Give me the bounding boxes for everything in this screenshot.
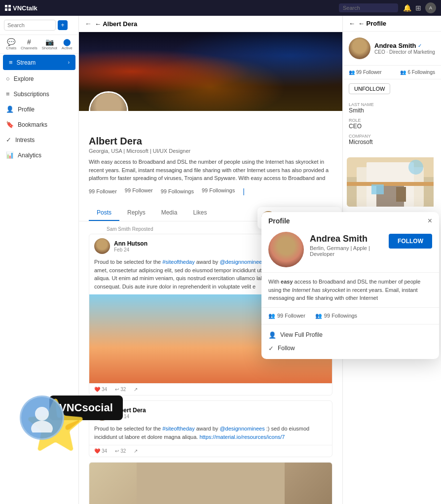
post-date-2: Feb 14 [114,414,146,419]
hashtag-link[interactable]: #siteoftheday [162,259,194,265]
verified-badge: ✓ [418,43,422,48]
sidebar-bookmarks-label: Bookmarks [18,121,47,128]
follow-action[interactable]: ✓ Follow [268,342,432,355]
follower-count: 99 Follower [89,187,117,195]
tab-posts[interactable]: Posts [89,205,119,221]
post-card-3: icons are delightful, beautifully crafte… [89,462,332,504]
popup-actions: 👤 View Full Profile ✓ Follow [261,324,439,359]
right-panel-header: ← ← Profile [343,16,441,32]
popup-close-button[interactable]: × [428,217,432,225]
share-action-2[interactable]: ↗ [134,448,138,454]
sidebar-explore-label: Explore [14,75,34,82]
sidebar-search-area: + [0,16,78,35]
popup-following-icon: 👥 [315,313,322,319]
sidebar-icon-chats[interactable]: 💬 Chats [6,38,16,50]
right-following-stat: 👥 6 Followings [400,70,435,75]
role-field: Role CEO [349,118,435,130]
comment-action[interactable]: ↩ 32 [115,387,126,392]
grid-icon [5,5,11,11]
intrests-icon: ✓ [6,136,11,144]
right-user-info: Andrea Smith ✓ CEO · Director of Marketi… [374,42,435,55]
post-actions: ❤️ 34 ↩ 32 ↗ [89,383,332,395]
sidebar-icon-shotshot[interactable]: 📷 Shotshot [42,38,58,50]
popup-user-info: Andrea Smith Berlin, Germany | Apple | D… [310,232,383,267]
back-icon: ← [349,20,355,27]
share-action[interactable]: ↗ [134,387,138,392]
user-avatar[interactable]: A [425,2,436,13]
profile-avatar [90,93,127,111]
right-follower-stat: 👥 99 Follower [349,70,382,75]
active-icon: ⬤ [63,38,71,46]
sidebar-item-analytics[interactable]: 📊 Analytics [0,147,78,163]
popup-user-location: Berlin, Germany | Apple | Developer [310,245,383,257]
profile-icon: 👤 [6,106,14,113]
post-date: Feb 24 [114,247,147,252]
view-full-profile-action[interactable]: 👤 View Full Profile [268,328,432,342]
profile-card-user: Andrea Smith ✓ CEO · Director of Marketi… [343,32,441,66]
top-nav: VNCtalk 🔔 ⊞ A [0,0,441,16]
comment-action-2[interactable]: ↩ 32 [115,448,126,454]
sidebar-item-subscriptions[interactable]: ≡ Subscriptions [0,86,78,102]
tab-likes[interactable]: Likes [185,205,215,221]
profile-stats: 99 Follower 99 Follower 99 Followings 99… [89,187,332,195]
app-logo: VNCtalk [5,4,37,12]
sidebar-search-btn[interactable]: + [58,20,68,30]
right-panel-title: ← Profile [358,20,386,27]
app-name: VNCtalk [13,4,37,12]
sidebar-item-bookmarks[interactable]: 🔖 Bookmarks [0,117,78,132]
profile-fields: Last Name Smith Role CEO Company Microso… [343,98,441,153]
sidebar-item-explore[interactable]: ○ Explore [0,71,78,86]
sidebar-item-stream[interactable]: ≡ Stream › [3,55,75,70]
sidebar-icon-channels[interactable]: # Channels [21,38,37,50]
tab-replys[interactable]: Replys [119,205,153,221]
sidebar-stream-label: Stream [17,59,36,66]
like-count: 34 [102,387,107,392]
company-field: Company Microsoft [349,134,435,145]
role-label: Role [349,118,435,123]
popup-following-stat: 👥 99 Followings [315,313,357,319]
back-button[interactable]: ← [85,20,92,28]
like-action[interactable]: ❤️ 34 [94,387,107,392]
explore-icon: ○ [6,75,10,82]
bell-icon[interactable]: 🔔 [403,4,411,12]
top-search-input[interactable] [339,3,398,12]
follow-action-icon: ✓ [268,345,274,352]
post-actions-2: ❤️ 34 ↩ 32 ↗ [89,445,332,457]
popup-header: Profile × [261,212,439,228]
post-header-2: Albert Dera Feb 14 [89,401,332,425]
post-meta: Ann Hutson Feb 24 [114,240,147,252]
popup-stats: 👥 99 Follower 👥 99 Followings [261,308,439,324]
sidebar-item-intrests[interactable]: ✓ Intrests [0,132,78,147]
analytics-icon: 📊 [6,151,14,159]
like-count-2: 34 [102,448,107,454]
stream-icon: ≡ [9,59,13,66]
mention-link-2[interactable]: @designnominees [220,426,264,432]
sidebar-menu: ≡ Stream › ○ Explore ≡ Subscriptions 👤 P… [0,54,78,163]
sidebar-item-profile[interactable]: 👤 Profile [0,102,78,117]
sidebar-search-input[interactable] [4,20,56,31]
popup-bio: With easy access to Broadband and DSL th… [261,273,439,308]
last-name-field: Last Name Smith [349,102,435,114]
post-avatar [94,238,110,254]
bookmarks-icon: 🔖 [6,121,14,128]
unfollow-button[interactable]: UNFOLLOW [349,83,390,94]
svg-point-15 [408,160,423,175]
mention-link[interactable]: @designnominees [220,259,264,265]
following-count: 99 Followings [161,187,194,195]
sidebar-icon-active[interactable]: ⬤ Active [62,38,73,50]
tab-media[interactable]: Media [153,205,185,221]
hashtag-link-2[interactable]: #siteoftheday [162,426,194,432]
like-action-2[interactable]: ❤️ 34 [94,448,107,454]
follow-button[interactable]: FOLLOW [389,234,432,249]
post-avatar-2 [94,405,110,421]
right-follower-count: 99 Follower [356,70,382,75]
channels-label: Channels [21,46,37,50]
grid-icon[interactable]: ⊞ [415,4,421,12]
company-label: Company [349,134,435,139]
popup-follower-count: 99 Follower [277,313,305,319]
profile-header-bar: ← ← Albert Dera [79,16,342,32]
channels-icon: # [27,38,31,46]
comment-count-2: 32 [120,448,126,454]
material-link[interactable]: https://material.io/resources/icons/7 [199,434,285,440]
profile-header-title: ← Albert Dera [95,20,137,28]
